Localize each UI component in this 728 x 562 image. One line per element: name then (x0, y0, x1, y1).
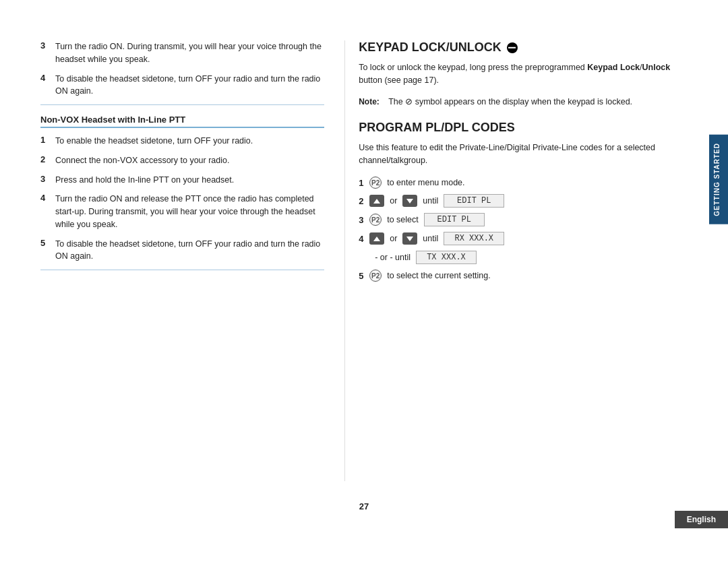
step-num-r5: 5 (359, 271, 369, 281)
step-num-4: 4 (40, 73, 55, 83)
program-intro: Use this feature to edit the Private-Lin… (359, 142, 674, 168)
step-num-3b: 3 (40, 174, 55, 184)
step-text-5b: To disable the headset sidetone, turn OF… (55, 238, 324, 263)
step-3b: 3 Press and hold the In-line PTT on your… (40, 174, 324, 187)
p2-button-1: P2 (369, 177, 382, 189)
step-text-r3: to select (387, 215, 419, 224)
display-box-4: RX XXX.X (444, 232, 504, 245)
step-4: 4 To disable the headset sidetone, turn … (40, 73, 324, 98)
right-step-2: 2 or until EDIT PL (359, 194, 674, 208)
step-content-r5: P2 to select the current setting. (369, 270, 674, 282)
right-step-3: 3 P2 to select EDIT PL (359, 213, 674, 226)
step-num-r2: 2 (359, 196, 369, 206)
or-text-2: or (390, 196, 397, 206)
nav-down-btn-4 (402, 232, 417, 245)
separator-1 (40, 104, 324, 105)
step-num-r4: 4 (359, 234, 369, 244)
content-area: 3 Turn the radio ON. During transmit, yo… (40, 40, 674, 481)
right-step-5: 5 P2 to select the current setting. (359, 270, 674, 282)
step-num-2b: 2 (40, 154, 55, 164)
right-step-1: 1 P2 to enter menu mode. (359, 177, 674, 189)
step-2b: 2 Connect the non-VOX accessory to your … (40, 154, 324, 167)
step-text-2b: Connect the non-VOX accessory to your ra… (55, 154, 229, 167)
note-text: The ⊘ symbol appears on the display when… (388, 96, 632, 108)
display-box-2: EDIT PL (444, 194, 504, 208)
nav-up-btn-2 (369, 195, 384, 207)
subheader-nonvox: Non-VOX Headset with In-Line PTT (40, 115, 324, 128)
keypad-intro: To lock or unlock the keypad, long press… (359, 61, 674, 88)
nav-down-btn-2 (402, 195, 417, 207)
left-column: 3 Turn the radio ON. During transmit, yo… (40, 40, 344, 481)
step-content-r4: or until RX XXX.X (369, 232, 674, 245)
step-text-r5: to select the current setting. (387, 271, 491, 280)
p2-button-3: P2 (369, 214, 382, 226)
no-entry-icon (507, 42, 518, 53)
step-5b: 5 To disable the headset sidetone, turn … (40, 238, 324, 263)
step-content-r2: or until EDIT PL (369, 194, 674, 208)
step-text-1b: To enable the headset sidetone, turn OFF… (55, 135, 253, 148)
step-num-1b: 1 (40, 135, 55, 145)
step-num-4b: 4 (40, 193, 55, 203)
step-text-4: To disable the headset sidetone, turn OF… (55, 73, 324, 98)
step-1b: 1 To enable the headset sidetone, turn O… (40, 135, 324, 148)
getting-started-tab: GETTING STARTED (709, 135, 728, 224)
p2-button-5: P2 (369, 270, 382, 282)
english-tab: English (675, 511, 728, 528)
step-num-3: 3 (40, 40, 55, 51)
display-box-or: TX XXX.X (416, 251, 477, 264)
step-text-3: Turn the radio ON. During transmit, you … (55, 40, 324, 66)
step-text-3b: Press and hold the In-line PTT on your h… (55, 174, 234, 187)
step-content-r1: P2 to enter menu mode. (369, 177, 674, 189)
step-text-4b: Turn the radio ON and release the PTT on… (55, 193, 324, 230)
step-num-5b: 5 (40, 238, 55, 248)
note-block: Note: The ⊘ symbol appears on the displa… (359, 96, 674, 108)
step-3: 3 Turn the radio ON. During transmit, yo… (40, 40, 324, 66)
step-4b: 4 Turn the radio ON and release the PTT … (40, 193, 324, 230)
page-container: 3 Turn the radio ON. During transmit, yo… (0, 0, 728, 562)
keypad-header-text: KEYPAD LOCK/UNLOCK (359, 40, 502, 55)
program-header: PROGRAM PL/DPL CODES (359, 121, 674, 135)
right-step-4: 4 or until RX XXX.X (359, 232, 674, 245)
keypad-header: KEYPAD LOCK/UNLOCK (359, 40, 674, 55)
page-number: 27 (359, 501, 369, 511)
display-box-3: EDIT PL (424, 213, 485, 226)
step-num-r3: 3 (359, 215, 369, 225)
note-label: Note: (359, 96, 384, 108)
or-until-text: - or - until (375, 253, 411, 262)
until-text-4: until (423, 234, 438, 243)
or-text-4: or (390, 234, 397, 243)
step-text-r1: to enter menu mode. (387, 178, 464, 187)
separator-2 (40, 270, 324, 270)
step-num-r1: 1 (359, 178, 369, 188)
right-column: KEYPAD LOCK/UNLOCK To lock or unlock the… (344, 40, 674, 481)
nav-up-btn-4 (369, 232, 384, 245)
step-content-r3: P2 to select EDIT PL (369, 213, 674, 226)
or-line: - or - until TX XXX.X (359, 251, 674, 264)
until-text-2: until (423, 196, 438, 206)
